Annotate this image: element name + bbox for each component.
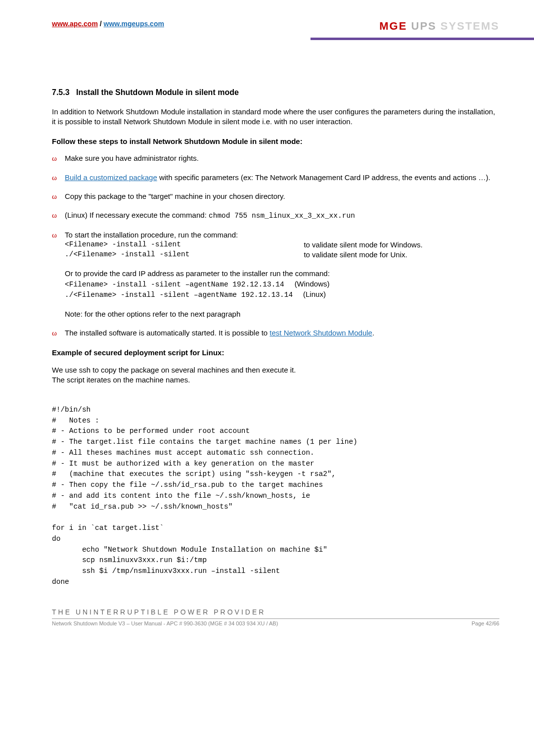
bullet-marker-icon: ω	[52, 191, 65, 201]
example-intro-1: We use ssh to copy the package on severa…	[52, 365, 499, 375]
code-line: # - The target.list file contains the ta…	[52, 438, 357, 446]
test-nsm-link[interactable]: test Network Shutdown Module	[269, 329, 372, 337]
link-separator: /	[98, 20, 104, 28]
bullet-item: ω To start the installation procedure, r…	[52, 230, 499, 319]
build-package-link[interactable]: Build a customized package	[65, 173, 157, 182]
code-line: # - and add its content into the file ~/…	[52, 492, 310, 500]
logo-ups-text: UPS	[407, 20, 436, 32]
code-line: do	[52, 535, 60, 543]
code-line: # Notes :	[52, 417, 99, 425]
section-number: 7.5.3	[52, 88, 70, 96]
bullet-marker-icon: ω	[52, 173, 65, 183]
bullet-text: Make sure you have administrator rights.	[65, 153, 499, 163]
bullet-pretext: (Linux) If necessary execute the command…	[65, 211, 209, 219]
header-links: www.apc.com / www.mgeups.com	[52, 20, 164, 28]
link-apc[interactable]: www.apc.com	[52, 20, 98, 28]
bullet-marker-icon: ω	[52, 210, 65, 221]
code-line: # - It must be authorized with a key gen…	[52, 460, 314, 468]
agent-desc-windows: (Windows)	[295, 280, 330, 288]
agent-desc-linux: (Linux)	[303, 290, 326, 298]
bullet-item: ω The installed software is automaticall…	[52, 328, 499, 338]
chmod-command: chmod 755 nsm_linux_xx_3_xx_xx.run	[209, 212, 355, 220]
agent-cmd-windows: <Filename> -install -silent –agentName 1…	[65, 281, 284, 288]
options-note: Note: for the other options refer to the…	[65, 309, 499, 319]
bullet-text: The installed software is automatically …	[65, 328, 499, 338]
install-desc-unix: to validate silent mode for Unix.	[304, 250, 499, 260]
bullet-post-text: .	[372, 329, 374, 337]
shell-script-block: #!/bin/sh # Notes : # - Actions to be pe…	[52, 394, 499, 588]
logo-mge-text: MGE	[379, 20, 407, 32]
link-mge[interactable]: www.mgeups.com	[104, 20, 164, 28]
or-provide-text: Or to provide the card IP address as par…	[65, 269, 499, 279]
header-accent-bar	[311, 38, 534, 40]
bullet-marker-icon: ω	[52, 153, 65, 163]
bullet-text: Build a customized package with specific…	[65, 173, 499, 183]
section-title-text: Install the Shutdown Module in silent mo…	[76, 88, 239, 96]
code-line: for i in `cat target.list`	[52, 524, 164, 532]
code-line: #!/bin/sh	[52, 406, 90, 414]
code-line: # (machine that executes the script) usi…	[52, 470, 336, 478]
code-line: scp nsmlinuxv3xxx.run $i:/tmp	[52, 556, 207, 564]
code-line: # - Then copy the file ~/.ssh/id_rsa.pub…	[52, 481, 323, 489]
follow-steps-heading: Follow these steps to install Network Sh…	[52, 137, 499, 146]
bullet-item: ω (Linux) If necessary execute the comma…	[52, 210, 499, 221]
bullet-text: To start the installation procedure, run…	[65, 230, 499, 319]
code-line: echo "Network Shutdown Module Installati…	[52, 546, 327, 554]
install-cmd-unix: ./<Filename> -install -silent	[65, 250, 304, 260]
footer-divider	[52, 618, 499, 619]
code-line: # - Actions to be performed under root a…	[52, 427, 250, 435]
bullet-item: ω Build a customized package with specif…	[52, 173, 499, 183]
example-intro-2: The script iterates on the machine names…	[52, 375, 499, 385]
footer-page-number: Page 42/66	[472, 620, 499, 627]
start-install-intro: To start the installation procedure, run…	[65, 230, 499, 240]
bullet-text-rest: with specific parameters (ex: The Networ…	[157, 173, 490, 182]
install-cmd-windows: <Filename> -install -silent	[65, 240, 304, 250]
mge-logo: MGE UPS SYSTEMS	[379, 20, 499, 33]
code-line: ssh $i /tmp/nsmlinuxv3xxx.run –install -…	[52, 567, 280, 575]
footer-doc-info: Network Shutdown Module V3 – User Manual…	[52, 620, 278, 627]
section-heading: 7.5.3 Install the Shutdown Module in sil…	[52, 87, 499, 98]
bullet-pretext: The installed software is automatically …	[65, 329, 269, 337]
bullet-text: (Linux) If necessary execute the command…	[65, 210, 499, 221]
bullet-item: ω Copy this package to the "target" mach…	[52, 191, 499, 201]
bullet-item: ω Make sure you have administrator right…	[52, 153, 499, 163]
code-line: # "cat id_rsa.pub >> ~/.ssh/known_hosts"	[52, 503, 232, 511]
logo-systems-text: SYSTEMS	[437, 20, 499, 32]
install-desc-windows: to validate silent mode for Windows.	[304, 240, 499, 250]
code-line: # - All theses machines must accept auto…	[52, 449, 314, 457]
code-line: done	[52, 578, 69, 586]
bullet-text: Copy this package to the "target" machin…	[65, 191, 499, 201]
footer-tagline: THE UNINTERRUPTIBLE POWER PROVIDER	[52, 608, 499, 617]
bullet-marker-icon: ω	[52, 230, 65, 319]
example-heading: Example of secured deployment script for…	[52, 348, 499, 358]
intro-paragraph: In addition to Network Shutdown Module i…	[52, 107, 499, 127]
bullet-marker-icon: ω	[52, 328, 65, 338]
agent-cmd-linux: ./<Filename> -install -silent –agentName…	[65, 291, 293, 299]
